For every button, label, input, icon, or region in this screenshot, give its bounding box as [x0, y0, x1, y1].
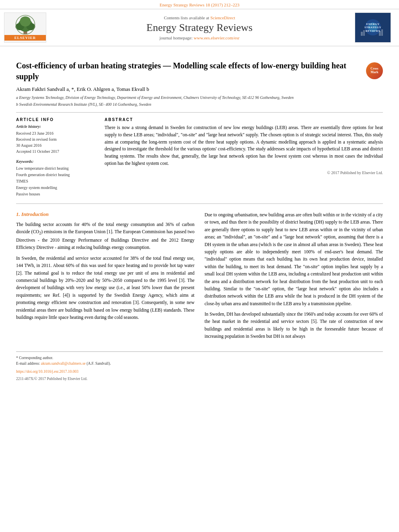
right-paragraph-2: In Sweden, DH has developed substantiall…: [205, 310, 383, 340]
divider-2: [16, 203, 383, 204]
keyword-4: Energy system modelling: [16, 185, 97, 191]
crossmark-icon: CrossMark: [366, 62, 383, 79]
author-email-link[interactable]: akram.sandvall@chalmers.se: [41, 362, 86, 366]
footer-issn: 2211-467X/© 2017 Published by Elsevier L…: [16, 377, 383, 381]
intro-paragraph-2: In Sweden, the residential and service s…: [16, 255, 195, 321]
right-paragraph-1: Due to ongoing urbanisation, new buildin…: [205, 211, 383, 307]
divider-1: [16, 112, 383, 113]
affiliation-a: a Energy Systems Technology, Division of…: [16, 95, 383, 101]
article-info-abstract-section: ARTICLE INFO Article history: Received 2…: [16, 117, 383, 197]
article-info-column: ARTICLE INFO Article history: Received 2…: [16, 117, 97, 197]
right-logo-text: ENERGYSTRATEGYREVIEWS: [364, 22, 382, 33]
corresponding-author-note: * Corresponding author.: [16, 355, 383, 361]
authors-line: Akram Fakhri Sandvall a, *, Erik O. Ahlg…: [16, 86, 383, 92]
page: Energy Strategy Reviews 18 (2017) 212–22…: [0, 0, 399, 532]
svg-point-4: [20, 16, 31, 26]
elsevier-tree-svg: [9, 15, 41, 35]
journal-logo-right-area: ENERGYSTRATEGYREVIEWS: [351, 12, 391, 43]
abstract-text: There is now a strong demand in Sweden f…: [105, 124, 383, 167]
accepted-date: Accepted 11 October 2017: [16, 148, 97, 154]
keyword-1: Low temperature district heating: [16, 165, 97, 172]
sciencedirect-line: Contents lists available at ScienceDirec…: [48, 15, 351, 20]
journal-ref: Energy Strategy Reviews 18 (2017) 212–22…: [160, 2, 240, 7]
keywords-label: Keywords:: [16, 159, 97, 164]
body-col-right: Due to ongoing urbanisation, new buildin…: [205, 211, 383, 343]
article-info-label: ARTICLE INFO: [16, 117, 97, 122]
elsevier-logo-area: ELSEVIER: [4, 12, 48, 43]
homepage-link[interactable]: www.ees.elsevier.com/esr: [194, 35, 240, 40]
abstract-column: ABSTRACT There is now a strong demand in…: [105, 117, 383, 197]
keyword-2: Fourth generation district heating: [16, 172, 97, 178]
copyright-line: © 2017 Published by Elsevier Ltd.: [105, 170, 383, 175]
body-two-col: 1. Introduction The building sector acco…: [16, 211, 383, 343]
email-note: E-mail address: akram.sandvall@chalmers.…: [16, 361, 383, 366]
journal-header: ELSEVIER Contents lists available at Sci…: [0, 9, 399, 46]
introduction-section: 1. Introduction The building sector acco…: [16, 211, 383, 343]
received-date: Received 23 June 2016: [16, 130, 97, 136]
intro-paragraph-1: The building sector accounts for 40% of …: [16, 221, 195, 251]
homepage-line: journal homepage: www.ees.elsevier.com/e…: [48, 35, 351, 40]
sciencedirect-link[interactable]: ScienceDirect: [210, 15, 235, 20]
revised-label: Received in revised form: [16, 136, 97, 142]
affiliation-b: b Swedish Environmental Research Institu…: [16, 102, 383, 107]
journal-logo-right: ENERGYSTRATEGYREVIEWS: [355, 12, 391, 43]
journal-title: Energy Strategy Reviews: [48, 22, 351, 34]
revised-date: 30 August 2016: [16, 142, 97, 148]
elsevier-banner: ELSEVIER: [4, 35, 46, 41]
doi-link[interactable]: https://doi.org/10.1016/j.esr.2017.10.00…: [16, 370, 78, 374]
article-title-section: Cost-efficiency of urban heating strateg…: [16, 54, 383, 86]
history-label: Article history:: [16, 124, 97, 129]
journal-ref-bar: Energy Strategy Reviews 18 (2017) 212–22…: [0, 0, 399, 9]
main-content: Cost-efficiency of urban heating strateg…: [0, 46, 399, 389]
elsevier-logo: ELSEVIER: [4, 12, 46, 43]
keyword-3: TIMES: [16, 178, 97, 185]
body-col-left: 1. Introduction The building sector acco…: [16, 211, 195, 343]
section-heading: 1. Introduction: [16, 211, 195, 218]
svg-rect-9: [361, 32, 363, 36]
footer-doi: https://doi.org/10.1016/j.esr.2017.10.00…: [16, 370, 383, 374]
journal-title-block: Contents lists available at ScienceDirec…: [48, 15, 351, 40]
footnote-section: * Corresponding author. E-mail address: …: [16, 351, 383, 367]
article-title: Cost-efficiency of urban heating strateg…: [16, 60, 366, 82]
abstract-label: ABSTRACT: [105, 117, 383, 122]
crossmark-badge: CrossMark: [366, 62, 383, 79]
keyword-5: Passive houses: [16, 191, 97, 197]
keywords-section: Keywords: Low temperature district heati…: [16, 159, 97, 197]
